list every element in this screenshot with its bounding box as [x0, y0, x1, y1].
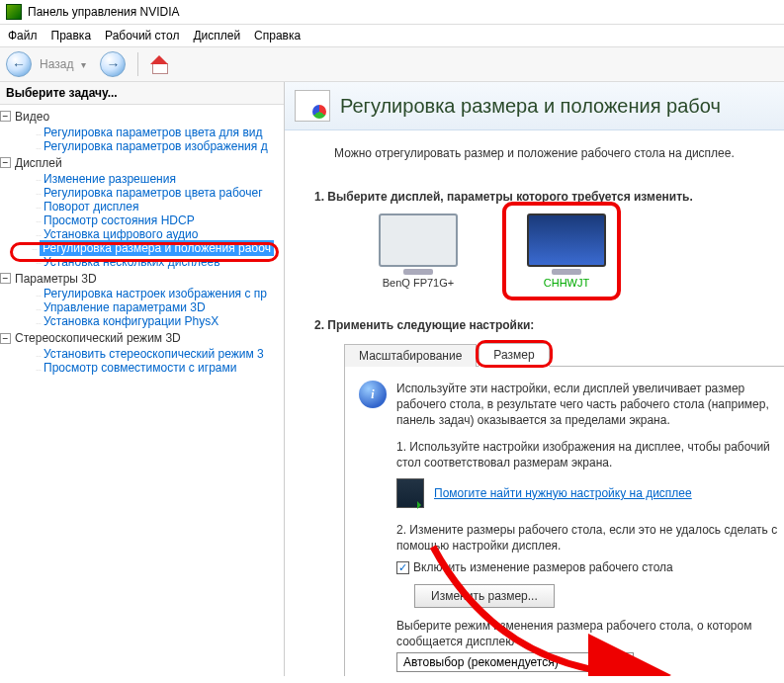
home-icon[interactable]: [150, 55, 168, 73]
titlebar: Панель управления NVIDIA: [0, 0, 784, 25]
tab-panel-size: i Используйте эти настройки, если диспле…: [344, 367, 784, 676]
mode-label: Выберите режим изменения размера рабочег…: [396, 618, 784, 649]
menu-desktop[interactable]: Рабочий стол: [105, 29, 179, 43]
forward-button[interactable]: →: [100, 51, 126, 77]
display-label: CHHWJT: [512, 277, 621, 289]
tree-group-label[interactable]: Параметры 3D: [15, 271, 97, 285]
tree-group-label[interactable]: Дисплей: [15, 156, 62, 170]
tree-item[interactable]: Регулировка параметров цвета для вид: [44, 126, 262, 139]
resize-mode-select[interactable]: Автовыбор (рекомендуется): [396, 652, 634, 672]
tab-size-label: Размер: [493, 348, 534, 362]
tab-size[interactable]: Размер: [479, 343, 549, 367]
page-description: Можно отрегулировать размер и положение …: [334, 146, 768, 160]
toolbar-separator: [137, 52, 138, 76]
window-title: Панель управления NVIDIA: [28, 5, 180, 19]
tree-item[interactable]: Установка нескольких дисплеев: [44, 255, 220, 269]
tree-item[interactable]: Установить стереоскопический режим 3: [44, 347, 264, 361]
tabs: Масштабирование Размер: [344, 342, 784, 367]
info-paragraph: Используйте эти настройки, если дисплей …: [396, 381, 784, 429]
enable-resize-label: Включить изменение размеров рабочего сто…: [413, 559, 673, 575]
main-pane: Регулировка размера и положения рабоч Мо…: [285, 82, 784, 676]
display-picker: BenQ FP71G+CHHWJT: [364, 213, 768, 289]
tree-item[interactable]: Управление параметрами 3D: [44, 300, 206, 314]
display-item[interactable]: BenQ FP71G+: [364, 213, 473, 289]
tree-item[interactable]: Изменение разрешения: [44, 172, 176, 186]
sidebar-header: Выберите задачу...: [0, 82, 284, 105]
tree-item[interactable]: Регулировка размера и положения рабоч: [40, 240, 274, 256]
back-history-dropdown[interactable]: ▾: [81, 59, 86, 70]
info-icon: i: [359, 381, 387, 408]
info-step2: 2. Измените размеры рабочего стола, если…: [396, 522, 784, 554]
menu-display[interactable]: Дисплей: [193, 29, 240, 43]
menu-edit[interactable]: Правка: [51, 29, 92, 43]
info-step1: 1. Используйте настройки изображения на …: [396, 439, 784, 470]
toolbar: ← Назад ▾ →: [0, 47, 784, 82]
tree-item[interactable]: Регулировка настроек изображения с пр: [44, 287, 267, 300]
enable-resize-checkbox[interactable]: ✓: [396, 561, 409, 574]
tree-item[interactable]: Регулировка параметров цвета рабочег: [44, 186, 263, 200]
display-item[interactable]: CHHWJT: [512, 213, 621, 289]
back-label: Назад: [40, 57, 73, 71]
display-label: BenQ FP71G+: [364, 277, 473, 289]
tree-item[interactable]: Поворот дисплея: [44, 200, 139, 213]
tree-group-label[interactable]: Стереоскопический режим 3D: [15, 331, 181, 345]
tree-item[interactable]: Установка конфигурации PhysX: [44, 314, 218, 328]
sidebar: Выберите задачу... −ВидеоРегулировка пар…: [0, 82, 285, 676]
menu-help[interactable]: Справка: [254, 29, 301, 43]
monitor-icon: [527, 213, 606, 267]
tree-group-label[interactable]: Видео: [15, 110, 49, 124]
menu-file[interactable]: Файл: [8, 29, 38, 43]
nvidia-icon: [6, 4, 22, 20]
display-wizard-link[interactable]: Помогите найти нужную настройку на диспл…: [434, 485, 692, 501]
tree-item[interactable]: Просмотр состояния HDCP: [44, 213, 195, 227]
tree-item[interactable]: Регулировка параметров изображения д: [44, 139, 268, 153]
tree-toggle[interactable]: −: [0, 111, 11, 122]
back-button[interactable]: ←: [6, 51, 32, 77]
section2-title: 2. Применить следующие настройки:: [314, 318, 768, 332]
page-title: Регулировка размера и положения рабоч: [340, 95, 721, 118]
monitor-icon: [379, 213, 458, 267]
resize-button[interactable]: Изменить размер...: [414, 584, 555, 608]
section1-title: 1. Выберите дисплей, параметры которого …: [314, 190, 768, 204]
tree-toggle[interactable]: −: [0, 157, 11, 168]
task-tree: −ВидеоРегулировка параметров цвета для в…: [0, 105, 284, 377]
display-wizard-icon: [396, 478, 424, 508]
tree-item[interactable]: Просмотр совместимости с играми: [44, 361, 236, 375]
tree-item[interactable]: Установка цифрового аудио: [44, 227, 198, 241]
main-header: Регулировка размера и положения рабоч: [285, 82, 784, 130]
tree-toggle[interactable]: −: [0, 273, 11, 284]
tab-scaling[interactable]: Масштабирование: [344, 344, 477, 367]
menubar: Файл Правка Рабочий стол Дисплей Справка: [0, 25, 784, 47]
page-icon: [295, 90, 330, 122]
tree-toggle[interactable]: −: [0, 333, 11, 344]
